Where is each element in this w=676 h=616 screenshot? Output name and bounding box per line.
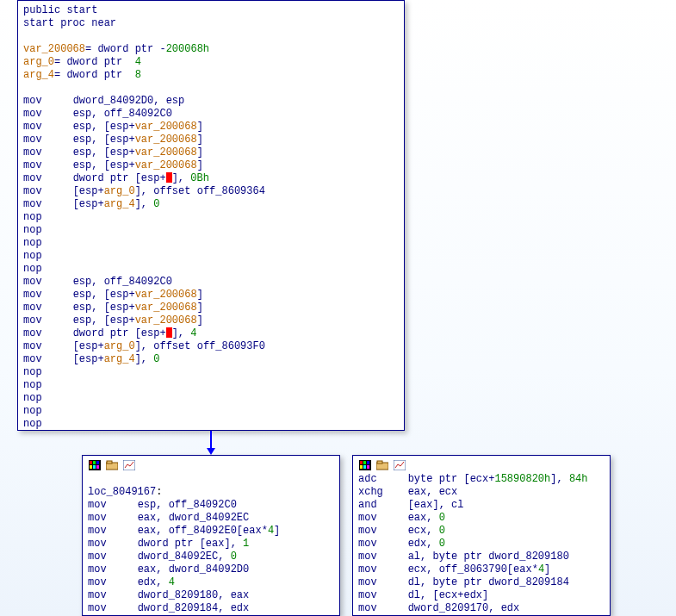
node-start[interactable]: public start start proc near var_200068=… [17,0,405,431]
svg-rect-2 [93,461,96,464]
graph-canvas[interactable]: public start start proc near var_200068=… [0,0,676,616]
svg-rect-6 [96,465,99,469]
svg-rect-5 [93,465,96,469]
arrow-main-to-loc [207,431,215,455]
svg-rect-16 [367,465,369,469]
node-adc-block[interactable]: adc byte ptr [ecx+15890820h], 84h xchg e… [352,455,611,616]
svg-rect-14 [360,465,363,469]
folder-icon[interactable] [375,459,389,471]
code-block-loc: loc_8049167: mov esp, off_84092C0 mov ea… [88,473,334,615]
node-toolbar [358,459,605,471]
svg-rect-8 [107,461,112,464]
node-loc-8049167[interactable]: loc_8049167: mov esp, off_84092C0 mov ea… [82,455,340,616]
svg-rect-1 [90,461,92,464]
svg-rect-13 [367,461,369,464]
svg-rect-12 [363,461,366,464]
chart-icon[interactable] [122,459,136,471]
color-grid-icon[interactable] [358,459,372,471]
svg-rect-18 [377,461,382,464]
svg-rect-11 [360,461,363,464]
svg-rect-4 [90,465,92,469]
svg-rect-3 [96,461,99,464]
code-block-start: public start start proc near var_200068=… [23,4,399,431]
svg-rect-15 [363,465,366,469]
color-grid-icon[interactable] [88,459,102,471]
code-block-right: adc byte ptr [ecx+15890820h], 84h xchg e… [358,473,605,615]
node-toolbar [88,459,334,471]
chart-icon[interactable] [393,459,406,471]
folder-icon[interactable] [105,459,119,471]
